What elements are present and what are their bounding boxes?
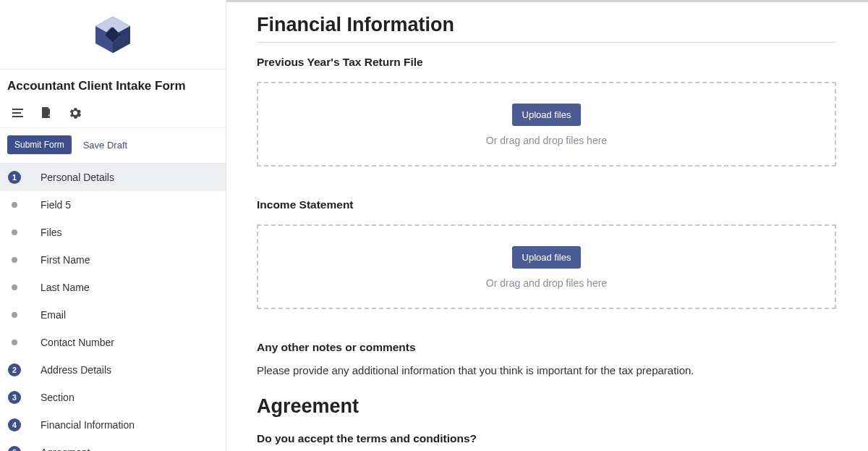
nav-dot-icon — [12, 312, 17, 318]
nav-list[interactable]: 1Personal DetailsField 5FilesFirst NameL… — [0, 164, 226, 451]
nav-item[interactable]: 3Section — [0, 384, 226, 411]
field-label-notes: Any other notes or comments — [257, 341, 836, 354]
svg-rect-5 — [12, 109, 23, 110]
drop-hint: Or drag and drop files here — [265, 135, 827, 146]
nav-item-label: Files — [41, 227, 62, 238]
sidebar-actions: Submit Form Save Draft — [0, 128, 226, 164]
nav-dot-icon — [12, 284, 17, 290]
nav-item-label: Section — [41, 392, 75, 403]
svg-rect-6 — [12, 112, 21, 114]
settings-icon[interactable] — [69, 107, 81, 119]
nav-item[interactable]: Files — [0, 219, 226, 246]
app-logo-icon — [91, 13, 135, 56]
nav-number-badge: 2 — [8, 363, 21, 376]
nav-item-label: Last Name — [41, 282, 90, 293]
form-title: Accountant Client Intake Form — [0, 69, 226, 100]
drop-hint: Or drag and drop files here — [265, 277, 827, 289]
nav-number-badge: 4 — [8, 418, 21, 431]
svg-text:+: + — [48, 113, 51, 118]
file-add-icon[interactable]: + — [41, 107, 52, 119]
nav-item[interactable]: Last Name — [0, 274, 226, 301]
nav-item[interactable]: 1Personal Details — [0, 164, 226, 191]
nav-item-label: Agreement — [41, 447, 90, 451]
svg-rect-7 — [12, 116, 23, 117]
field-label-income: Income Statement — [257, 198, 836, 211]
nav-item[interactable]: 5Agreement — [0, 439, 226, 451]
nav-dot-icon — [12, 202, 17, 208]
nav-item[interactable]: Field 5 — [0, 191, 226, 219]
section-title-financial: Financial Information — [257, 14, 836, 43]
nav-number-badge: 5 — [8, 446, 21, 451]
nav-number-badge: 1 — [8, 171, 21, 184]
sidebar-toolbar: + — [0, 100, 226, 128]
nav-item[interactable]: 4Financial Information — [0, 411, 226, 439]
submit-form-button[interactable]: Submit Form — [7, 135, 72, 154]
logo-wrap — [0, 0, 226, 69]
dropzone-income[interactable]: Upload files Or drag and drop files here — [257, 224, 836, 309]
notes-description: Please provide any additional informatio… — [257, 364, 836, 376]
nav-item[interactable]: Email — [0, 301, 226, 329]
nav-item-label: First Name — [41, 254, 90, 266]
nav-item[interactable]: Contact Number — [0, 329, 226, 356]
nav-item-label: Address Details — [41, 364, 111, 376]
nav-dot-icon — [12, 229, 17, 235]
nav-item-label: Field 5 — [41, 199, 71, 211]
menu-icon[interactable] — [12, 107, 23, 119]
sidebar: Accountant Client Intake Form + Submit F… — [0, 0, 226, 451]
upload-files-button[interactable]: Upload files — [512, 104, 582, 126]
nav-item-label: Personal Details — [41, 172, 114, 183]
nav-item-label: Financial Information — [41, 419, 135, 431]
nav-dot-icon — [12, 340, 17, 345]
field-label-prev-tax: Previous Year's Tax Return File — [257, 56, 836, 69]
nav-dot-icon — [12, 257, 17, 263]
nav-item[interactable]: First Name — [0, 246, 226, 274]
field-label-terms: Do you accept the terms and conditions? — [257, 432, 836, 445]
nav-item[interactable]: 2Address Details — [0, 356, 226, 384]
save-draft-link[interactable]: Save Draft — [83, 140, 127, 151]
nav-number-badge: 3 — [8, 391, 21, 404]
upload-files-button[interactable]: Upload files — [512, 246, 582, 269]
nav-item-label: Email — [41, 309, 66, 321]
dropzone-prev-tax[interactable]: Upload files Or drag and drop files here — [257, 82, 836, 167]
section-title-agreement: Agreement — [257, 395, 836, 422]
main-content: Financial Information Previous Year's Ta… — [226, 0, 868, 451]
nav-item-label: Contact Number — [41, 337, 114, 348]
